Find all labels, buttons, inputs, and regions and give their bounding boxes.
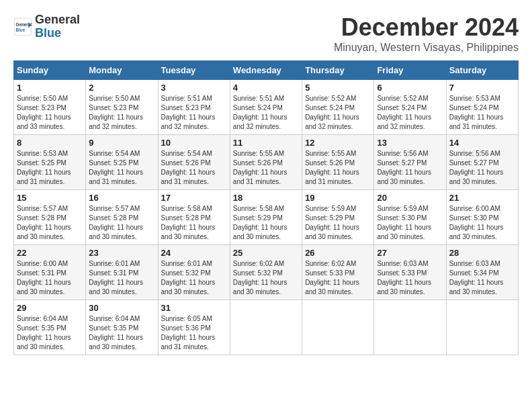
calendar-cell: 28Sunrise: 6:03 AMSunset: 5:34 PMDayligh… [446, 245, 518, 300]
svg-text:Blue: Blue [16, 28, 26, 32]
day-number: 17 [161, 193, 227, 203]
calendar-cell [374, 300, 446, 355]
calendar-cell: 17Sunrise: 5:58 AMSunset: 5:28 PMDayligh… [158, 190, 230, 245]
day-info: Sunrise: 5:57 AMSunset: 5:28 PMDaylight:… [89, 204, 154, 242]
day-info: Sunrise: 5:56 AMSunset: 5:27 PMDaylight:… [449, 149, 515, 187]
day-info: Sunrise: 5:59 AMSunset: 5:29 PMDaylight:… [305, 204, 371, 242]
day-number: 16 [89, 193, 154, 203]
day-number: 3 [161, 83, 227, 93]
calendar-cell: 20Sunrise: 5:59 AMSunset: 5:30 PMDayligh… [374, 190, 446, 245]
calendar-cell [302, 300, 374, 355]
day-number: 14 [449, 138, 515, 148]
day-number: 7 [449, 83, 515, 93]
day-number: 5 [305, 83, 371, 93]
day-number: 15 [17, 193, 83, 203]
day-info: Sunrise: 5:58 AMSunset: 5:29 PMDaylight:… [233, 204, 299, 242]
header-monday: Monday [86, 61, 158, 80]
logo-icon: General Blue [13, 17, 32, 36]
calendar-cell: 22Sunrise: 6:00 AMSunset: 5:31 PMDayligh… [14, 245, 86, 300]
day-number: 22 [17, 248, 83, 258]
header-friday: Friday [374, 61, 446, 80]
day-number: 20 [377, 193, 443, 203]
header-tuesday: Tuesday [158, 61, 230, 80]
day-number: 19 [305, 193, 371, 203]
day-number: 10 [161, 138, 227, 148]
day-number: 29 [17, 303, 83, 313]
day-info: Sunrise: 6:02 AMSunset: 5:32 PMDaylight:… [233, 259, 299, 297]
week-row-3: 15Sunrise: 5:57 AMSunset: 5:28 PMDayligh… [14, 190, 519, 245]
calendar-cell [446, 300, 518, 355]
calendar-title: December 2024 [334, 13, 519, 42]
week-row-1: 1Sunrise: 5:50 AMSunset: 5:23 PMDaylight… [14, 80, 519, 135]
day-number: 26 [305, 248, 371, 258]
calendar-cell: 30Sunrise: 6:04 AMSunset: 5:35 PMDayligh… [86, 300, 158, 355]
day-info: Sunrise: 6:03 AMSunset: 5:34 PMDaylight:… [449, 259, 515, 297]
day-info: Sunrise: 6:04 AMSunset: 5:35 PMDaylight:… [89, 314, 154, 352]
day-info: Sunrise: 5:53 AMSunset: 5:25 PMDaylight:… [17, 149, 83, 187]
calendar-cell: 27Sunrise: 6:03 AMSunset: 5:33 PMDayligh… [374, 245, 446, 300]
logo-text: General Blue [35, 13, 80, 40]
day-number: 1 [17, 83, 83, 93]
calendar-cell: 23Sunrise: 6:01 AMSunset: 5:31 PMDayligh… [86, 245, 158, 300]
calendar-cell: 24Sunrise: 6:01 AMSunset: 5:32 PMDayligh… [158, 245, 230, 300]
day-info: Sunrise: 5:53 AMSunset: 5:24 PMDaylight:… [449, 94, 515, 132]
logo-general: General [35, 13, 80, 26]
calendar-subtitle: Minuyan, Western Visayas, Philippines [334, 42, 519, 54]
day-info: Sunrise: 6:01 AMSunset: 5:31 PMDaylight:… [89, 259, 154, 297]
day-number: 24 [161, 248, 227, 258]
day-number: 12 [305, 138, 371, 148]
calendar-cell: 12Sunrise: 5:55 AMSunset: 5:26 PMDayligh… [302, 135, 374, 190]
day-info: Sunrise: 5:56 AMSunset: 5:27 PMDaylight:… [377, 149, 443, 187]
day-number: 11 [233, 138, 299, 148]
calendar-cell: 7Sunrise: 5:53 AMSunset: 5:24 PMDaylight… [446, 80, 518, 135]
day-info: Sunrise: 6:05 AMSunset: 5:36 PMDaylight:… [161, 314, 227, 352]
calendar-cell: 19Sunrise: 5:59 AMSunset: 5:29 PMDayligh… [302, 190, 374, 245]
day-number: 18 [233, 193, 299, 203]
day-info: Sunrise: 5:59 AMSunset: 5:30 PMDaylight:… [377, 204, 443, 242]
calendar-cell: 3Sunrise: 5:51 AMSunset: 5:23 PMDaylight… [158, 80, 230, 135]
title-area: December 2024 Minuyan, Western Visayas, … [334, 13, 519, 54]
calendar-cell: 6Sunrise: 5:52 AMSunset: 5:24 PMDaylight… [374, 80, 446, 135]
day-info: Sunrise: 5:50 AMSunset: 5:23 PMDaylight:… [89, 94, 154, 132]
week-row-4: 22Sunrise: 6:00 AMSunset: 5:31 PMDayligh… [14, 245, 519, 300]
day-number: 23 [89, 248, 154, 258]
calendar-cell: 5Sunrise: 5:52 AMSunset: 5:24 PMDaylight… [302, 80, 374, 135]
calendar-cell: 8Sunrise: 5:53 AMSunset: 5:25 PMDaylight… [14, 135, 86, 190]
day-number: 9 [89, 138, 154, 148]
day-number: 4 [233, 83, 299, 93]
header-saturday: Saturday [446, 61, 518, 80]
calendar-cell: 26Sunrise: 6:02 AMSunset: 5:33 PMDayligh… [302, 245, 374, 300]
header-thursday: Thursday [302, 61, 374, 80]
calendar-cell: 21Sunrise: 6:00 AMSunset: 5:30 PMDayligh… [446, 190, 518, 245]
day-number: 28 [449, 248, 515, 258]
day-info: Sunrise: 5:54 AMSunset: 5:25 PMDaylight:… [89, 149, 154, 187]
day-number: 8 [17, 138, 83, 148]
calendar-cell: 13Sunrise: 5:56 AMSunset: 5:27 PMDayligh… [374, 135, 446, 190]
calendar-cell: 9Sunrise: 5:54 AMSunset: 5:25 PMDaylight… [86, 135, 158, 190]
day-info: Sunrise: 5:52 AMSunset: 5:24 PMDaylight:… [377, 94, 443, 132]
day-info: Sunrise: 5:54 AMSunset: 5:26 PMDaylight:… [161, 149, 227, 187]
week-row-2: 8Sunrise: 5:53 AMSunset: 5:25 PMDaylight… [14, 135, 519, 190]
calendar-cell [230, 300, 302, 355]
calendar-cell: 18Sunrise: 5:58 AMSunset: 5:29 PMDayligh… [230, 190, 302, 245]
calendar-cell: 25Sunrise: 6:02 AMSunset: 5:32 PMDayligh… [230, 245, 302, 300]
day-info: Sunrise: 6:03 AMSunset: 5:33 PMDaylight:… [377, 259, 443, 297]
calendar-cell: 11Sunrise: 5:55 AMSunset: 5:26 PMDayligh… [230, 135, 302, 190]
logo-blue: Blue [35, 26, 61, 40]
calendar-cell: 29Sunrise: 6:04 AMSunset: 5:35 PMDayligh… [14, 300, 86, 355]
day-info: Sunrise: 5:51 AMSunset: 5:24 PMDaylight:… [233, 94, 299, 132]
calendar-cell: 15Sunrise: 5:57 AMSunset: 5:28 PMDayligh… [14, 190, 86, 245]
day-number: 21 [449, 193, 515, 203]
day-number: 25 [233, 248, 299, 258]
day-number: 27 [377, 248, 443, 258]
day-info: Sunrise: 5:52 AMSunset: 5:24 PMDaylight:… [305, 94, 371, 132]
page-header: General Blue General Blue December 2024 … [13, 13, 519, 54]
calendar-cell: 2Sunrise: 5:50 AMSunset: 5:23 PMDaylight… [86, 80, 158, 135]
day-number: 30 [89, 303, 154, 313]
day-number: 13 [377, 138, 443, 148]
day-info: Sunrise: 5:50 AMSunset: 5:23 PMDaylight:… [17, 94, 83, 132]
week-row-5: 29Sunrise: 6:04 AMSunset: 5:35 PMDayligh… [14, 300, 519, 355]
day-info: Sunrise: 5:51 AMSunset: 5:23 PMDaylight:… [161, 94, 227, 132]
day-info: Sunrise: 6:00 AMSunset: 5:31 PMDaylight:… [17, 259, 83, 297]
day-number: 2 [89, 83, 154, 93]
